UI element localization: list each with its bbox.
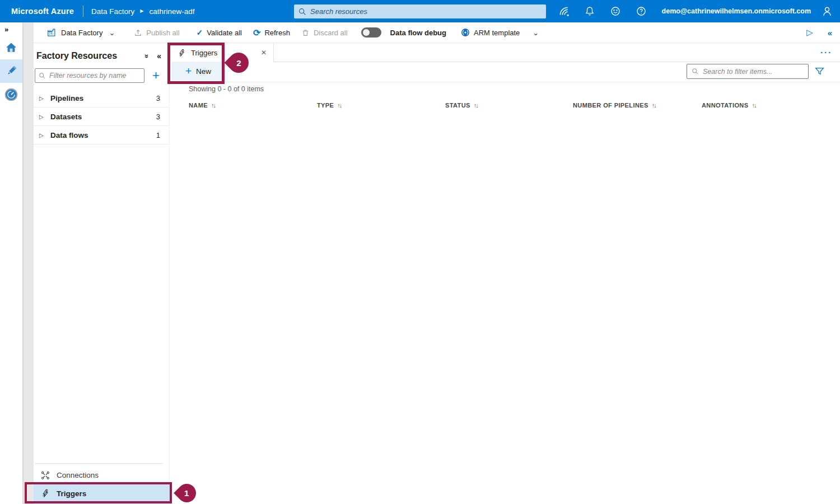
sidebar-item-pipelines[interactable]: ▷ Pipelines 3 (34, 89, 169, 108)
data-flow-debug-label: Data flow debug (390, 29, 446, 37)
connections-label: Connections (57, 471, 99, 479)
data-flow-debug-toggle-group: Data flow debug (361, 27, 446, 38)
sidebar-item-datasets[interactable]: ▷ Datasets 3 (34, 108, 169, 126)
list-item-label: Datasets (50, 113, 82, 121)
sort-icon[interactable]: ↑↓ (337, 102, 341, 109)
adf-studio-screen: Microsoft Azure Data Factory ▶ cathrinew… (0, 0, 840, 504)
filter-funnel-icon[interactable] (814, 66, 825, 77)
sort-icon[interactable]: ↑↓ (652, 102, 656, 109)
trigger-filter-box[interactable] (687, 64, 809, 79)
sort-icon[interactable]: ↑↓ (474, 102, 478, 109)
column-header-name[interactable]: NAME ↑↓ (189, 102, 215, 109)
breadcrumb-arrow-icon: ▶ (140, 8, 143, 13)
resource-filter-input[interactable] (49, 72, 141, 80)
gauge-monitor-icon (4, 88, 18, 101)
check-icon: ✓ (197, 28, 203, 37)
sidebar-footer: Connections Triggers (34, 463, 170, 503)
column-header-number-of-pipelines[interactable]: NUMBER OF PIPELINES ↑↓ (573, 102, 656, 109)
publish-all-label: Publish all (146, 29, 179, 37)
arm-template-label: ARM template (474, 29, 520, 37)
expander-icon[interactable]: ▷ (39, 114, 47, 120)
data-flow-debug-toggle[interactable] (361, 27, 381, 38)
discard-all-label: Discard all (314, 29, 348, 37)
collapse-all-icon[interactable]: « (142, 54, 150, 58)
topbar-icon-group: demo@cathrinewilhelmsen.onmicrosoft.com (551, 0, 840, 22)
feedback-smiley-icon[interactable] (603, 0, 628, 22)
chevron-down-icon: ⌄ (109, 29, 115, 37)
rail-expand-button[interactable]: » (0, 22, 22, 36)
publish-all-button[interactable]: Publish all (134, 29, 179, 37)
new-trigger-button[interactable]: + New (171, 62, 225, 81)
global-search[interactable] (294, 4, 546, 18)
resource-filter-box[interactable] (35, 68, 144, 83)
collapse-sidebar-icon[interactable]: « (157, 52, 161, 60)
account-avatar-icon[interactable] (814, 0, 840, 22)
sort-icon[interactable]: ↑↓ (752, 102, 755, 109)
rail-item-home[interactable] (0, 36, 22, 59)
breadcrumb-app[interactable]: Data Factory (91, 7, 134, 16)
footer-divider (35, 463, 163, 464)
expander-icon[interactable]: ▷ (39, 95, 47, 101)
arm-template-icon (461, 28, 470, 37)
breadcrumb-factory-name[interactable]: cathrinew-adf (149, 7, 194, 16)
chevron-down-icon: ⌄ (533, 29, 539, 37)
sidebar-item-connections[interactable]: Connections (34, 467, 170, 483)
refresh-button[interactable]: ⟳ Refresh (253, 27, 290, 38)
arm-template-button[interactable]: ARM template ⌄ (461, 28, 539, 37)
factory-menu-button[interactable]: Data Factory ⌄ (47, 27, 115, 38)
column-label: NAME (189, 102, 208, 109)
triggers-command-row: + New (170, 62, 840, 82)
azure-topbar: Microsoft Azure Data Factory ▶ cathrinew… (0, 0, 840, 22)
expander-icon[interactable]: ▷ (39, 132, 47, 138)
search-icon (298, 8, 306, 16)
add-resource-button[interactable]: + (152, 70, 160, 81)
resource-list: ▷ Pipelines 3 ▷ Datasets 3 ▷ Data flows … (34, 89, 169, 144)
tab-triggers[interactable]: Triggers ✕ (170, 43, 274, 62)
collapse-panel-icon[interactable]: « (828, 28, 832, 38)
column-label: TYPE (317, 102, 334, 109)
rail-gutter (22, 22, 34, 504)
list-item-label: Data flows (50, 131, 88, 139)
search-icon (692, 68, 699, 75)
validate-all-button[interactable]: ✓ Validate all (197, 28, 242, 37)
sort-icon[interactable]: ↑↓ (211, 102, 215, 109)
item-count-badge: 1 (156, 131, 160, 139)
notifications-bell-icon[interactable] (577, 0, 603, 22)
column-header-status[interactable]: STATUS ↑↓ (445, 102, 478, 109)
factory-menu-label: Data Factory (61, 29, 102, 37)
factory-resources-header: Factory Resources « « (34, 43, 169, 61)
rail-item-monitor[interactable] (0, 83, 22, 106)
account-email[interactable]: demo@cathrinewilhelmsen.onmicrosoft.com (662, 7, 811, 15)
more-options-ellipsis[interactable]: ··· (820, 48, 832, 57)
sidebar-item-dataflows[interactable]: ▷ Data flows 1 (34, 126, 169, 144)
discard-all-button[interactable]: Discard all (301, 29, 348, 37)
triggers-table-header: NAME ↑↓ TYPE ↑↓ STATUS ↑↓ NUMBER OF PIPE… (170, 102, 840, 115)
factory-icon (47, 27, 57, 38)
signal-icon[interactable] (551, 0, 577, 22)
new-trigger-label: New (196, 67, 211, 76)
resource-filter-row: + (35, 68, 169, 83)
annotation-step-number: 2 (236, 58, 241, 68)
plus-icon: + (185, 67, 192, 76)
trigger-filter-input[interactable] (703, 68, 804, 76)
column-header-type[interactable]: TYPE ↑↓ (317, 102, 341, 109)
column-header-annotations[interactable]: ANNOTATIONS ↑↓ (702, 102, 755, 109)
sidebar-item-triggers[interactable]: Triggers (34, 483, 170, 503)
toggle-knob (363, 29, 370, 36)
triggers-workspace: Triggers ✕ ··· + New Showing 0 - (170, 43, 840, 504)
lightning-trigger-icon (178, 49, 186, 57)
play-icon[interactable]: ▷ (806, 27, 813, 38)
tab-strip: Triggers ✕ ··· (170, 43, 840, 62)
column-label: NUMBER OF PIPELINES (573, 102, 648, 109)
rail-item-author[interactable] (0, 59, 22, 83)
azure-brand[interactable]: Microsoft Azure (11, 7, 74, 16)
factory-resources-panel: Factory Resources « « + ▷ Pipelines 3 ▷ … (34, 43, 170, 504)
triggers-label: Triggers (57, 489, 86, 498)
refresh-icon: ⟳ (253, 27, 260, 38)
item-count-badge: 3 (156, 113, 160, 121)
validate-all-label: Validate all (207, 29, 242, 37)
topbar-divider (83, 6, 83, 17)
global-search-input[interactable] (310, 7, 542, 16)
close-icon[interactable]: ✕ (261, 49, 267, 57)
help-icon[interactable] (628, 0, 654, 22)
